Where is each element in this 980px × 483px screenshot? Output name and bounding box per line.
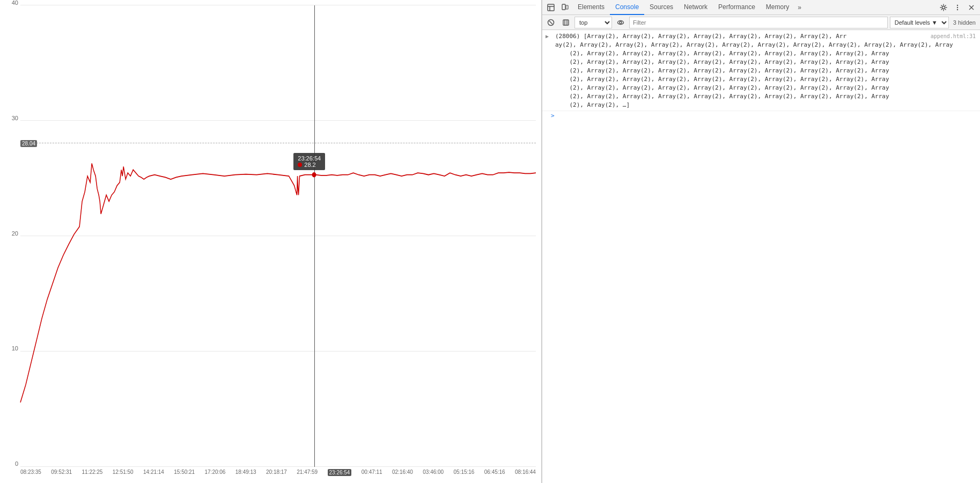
device-icon-btn[interactable] — [558, 2, 571, 13]
y-label-20: 20 — [0, 231, 20, 237]
x-label-16: 08:16:44 — [515, 469, 536, 475]
context-select[interactable]: top — [574, 17, 612, 28]
hidden-badge: 3 hidden — [951, 19, 978, 26]
svg-point-0 — [312, 172, 316, 177]
x-label-2: 11:22:25 — [82, 469, 103, 475]
x-label-7: 18:49:13 — [235, 469, 256, 475]
inspect-icon-btn[interactable] — [544, 2, 557, 13]
x-label-9: 21:47:59 — [297, 469, 318, 475]
x-label-14: 05:15:16 — [454, 469, 475, 475]
svg-rect-4 — [562, 4, 565, 10]
y-label-30: 30 — [0, 115, 20, 121]
console-output[interactable]: ▶ append.html:31 (28006) [Array(2), Arra… — [542, 30, 980, 483]
chart-svg — [20, 5, 536, 467]
devtools-panel: Elements Console Sources Network Perform… — [542, 0, 980, 483]
svg-point-7 — [957, 4, 958, 5]
devtools-right-icons — [937, 2, 978, 13]
x-axis: 08:23:35 09:52:31 11:22:25 12:51:50 14:2… — [20, 467, 536, 483]
more-icon-btn[interactable] — [951, 2, 964, 13]
devtools-filterbar: top Default levels ▼ 3 hidden — [542, 15, 980, 30]
devtools-tabs: Elements Console Sources Network Perform… — [572, 0, 936, 14]
close-icon-btn[interactable] — [965, 2, 978, 13]
tab-more[interactable]: » — [794, 4, 805, 11]
x-label-10-highlight: 23:26:54 — [328, 469, 352, 476]
chart-area[interactable]: 0 10 20 30 40 28.04 — [0, 0, 542, 483]
console-log-count: (28006) — [555, 33, 584, 40]
y-axis: 0 10 20 30 40 — [0, 0, 20, 467]
svg-rect-5 — [566, 5, 568, 9]
console-caret[interactable]: > — [547, 111, 559, 120]
filter-input[interactable] — [629, 17, 888, 28]
devtools-topbar: Elements Console Sources Network Perform… — [542, 0, 980, 15]
line-number: append.html:31 — [931, 32, 976, 41]
x-label-4: 14:21:14 — [143, 469, 164, 475]
svg-point-18 — [620, 21, 622, 24]
svg-rect-1 — [548, 4, 554, 11]
x-label-3: 12:51:50 — [113, 469, 134, 475]
chart-inner[interactable]: 28.04 23:26:54 28.2 — [20, 5, 536, 467]
levels-select[interactable]: Default levels ▼ — [890, 17, 949, 28]
console-log-text: [Array(2), Array(2), Array(2), Array(2),… — [555, 33, 953, 108]
svg-rect-14 — [563, 20, 569, 25]
tab-sources[interactable]: Sources — [644, 0, 679, 15]
x-label-11: 00:47:11 — [362, 469, 382, 475]
tab-elements[interactable]: Elements — [572, 0, 610, 15]
console-line-main: ▶ append.html:31 (28006) [Array(2), Arra… — [542, 31, 980, 111]
tab-memory[interactable]: Memory — [761, 0, 794, 15]
tab-performance[interactable]: Performance — [713, 0, 761, 15]
tab-network[interactable]: Network — [679, 0, 713, 15]
clear-console-btn[interactable] — [544, 17, 557, 28]
x-label-13: 03:46:00 — [423, 469, 444, 475]
x-label-15: 06:45:16 — [484, 469, 505, 475]
expand-icon[interactable]: ▶ — [546, 32, 549, 41]
svg-line-13 — [549, 21, 552, 24]
tab-console[interactable]: Console — [610, 0, 644, 15]
settings-icon-btn[interactable] — [937, 2, 950, 13]
svg-point-8 — [957, 6, 958, 8]
y-label-40: 40 — [0, 0, 20, 6]
x-label-0: 08:23:35 — [20, 469, 41, 475]
x-label-8: 20:18:17 — [266, 469, 287, 475]
preserve-log-btn[interactable] — [559, 17, 572, 28]
eye-icon-btn[interactable] — [614, 17, 627, 28]
svg-point-9 — [957, 9, 958, 10]
x-label-1: 09:52:31 — [51, 469, 72, 475]
x-label-5: 15:50:21 — [174, 469, 195, 475]
y-label-0: 0 — [0, 461, 20, 467]
x-label-12: 02:16:40 — [392, 469, 413, 475]
chart-container: 0 10 20 30 40 28.04 — [0, 0, 541, 483]
y-label-10: 10 — [0, 346, 20, 352]
x-label-6: 17:20:06 — [205, 469, 226, 475]
svg-point-6 — [942, 6, 945, 9]
console-arrow-row[interactable]: > — [542, 111, 980, 120]
